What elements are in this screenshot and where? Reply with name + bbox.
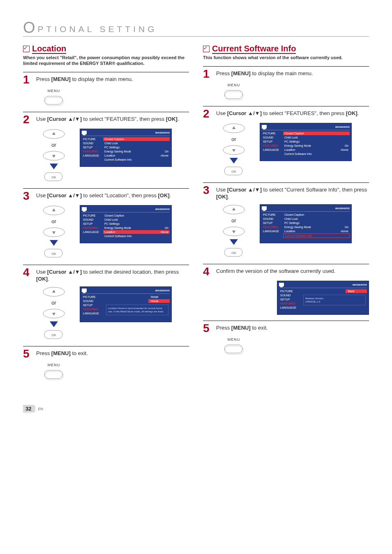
osd-left-item: PICTURE: [82, 214, 103, 217]
osd-row: Child Lock: [103, 218, 170, 222]
osd-left-item: SETUP: [82, 222, 103, 226]
step-text: Press [MENU] to exit.: [36, 349, 88, 359]
divider: [23, 346, 189, 346]
tv-icon: [82, 131, 87, 134]
osd-left-item-selected: FEATURES: [82, 307, 103, 311]
osd-left-item-selected: FEATURES: [262, 144, 283, 148]
osd-option: Retail: [148, 295, 170, 299]
osd-screenshot: MAGNAVOX PICTURE SOUND SETUP FEATURES LA…: [80, 205, 172, 243]
step-5: 5 Press [MENU] to exit. MENU: [23, 346, 189, 380]
step-4: 4 Confirm the version of the software cu…: [203, 264, 369, 315]
arrow-down-button-icon: [42, 150, 66, 161]
ok-button-icon: OK: [44, 248, 64, 259]
osd-left-item: LANGUAGE: [262, 148, 283, 152]
osd-screenshot: MAGNAVOX PICTURE SOUND SETUP FEATURES LA…: [277, 281, 369, 315]
osd-left-item: SOUND: [82, 218, 103, 222]
osd-brand: MAGNAVOX: [155, 132, 170, 134]
osd-left-item-selected: FEATURES: [279, 302, 300, 305]
step-1: 1 Press [MENU] to display the main menu.…: [203, 66, 369, 100]
osd-left-item: PICTURE: [82, 295, 103, 299]
step-number: 2: [203, 109, 212, 119]
osd-row: LocationHome: [103, 230, 170, 234]
osd-row: Energy Saving ModeOn: [283, 144, 350, 148]
osd-left-item: SETUP: [262, 140, 283, 143]
page-lang: EN: [38, 407, 43, 411]
osd-row: Closed Caption: [283, 132, 350, 135]
osd-brand: MAGNAVOX: [353, 284, 367, 286]
menu-button-icon: [44, 369, 64, 380]
divider: [203, 66, 369, 67]
step-text: Use [Cursor ▲/▼] to select the desired l…: [36, 268, 189, 282]
divider: [203, 321, 369, 321]
step-text: Use [Cursor ▲/▼] to select "Location", t…: [36, 191, 171, 201]
osd-left-item: PICTURE: [262, 132, 283, 135]
tv-icon: [262, 206, 267, 210]
or-label: or: [51, 142, 56, 148]
osd-row: LocationHome: [103, 154, 170, 157]
step-text: Press [MENU] to display the main menu.: [216, 69, 313, 79]
arrow-down-button-icon: [42, 227, 66, 238]
step-number: 3: [23, 191, 32, 201]
left-column: Location When you select "Retail", the p…: [23, 38, 189, 380]
osd-row: Current Software Info: [283, 152, 350, 156]
osd-left-item: LANGUAGE: [82, 312, 103, 315]
osd-left-item: PICTURE: [279, 289, 300, 293]
tv-icon: [279, 283, 284, 286]
step-number: 1: [203, 69, 212, 79]
step-number: 5: [23, 349, 32, 359]
osd-left-item-selected: FEATURES: [82, 226, 103, 230]
osd-brand: MAGNAVOX: [155, 208, 170, 210]
osd-left-item: SOUND: [82, 141, 103, 145]
arrow-down-button-icon: [221, 145, 246, 155]
or-label: or: [231, 136, 236, 142]
osd-left-item-selected: FEATURES: [262, 225, 283, 229]
osd-brand: MAGNAVOX: [335, 207, 350, 210]
or-label: or: [51, 218, 56, 224]
step-number: 2: [23, 115, 32, 125]
step-text: Use [Cursor ▲/▼] to select "Current Soft…: [216, 185, 369, 200]
section-header-location: Location: [23, 44, 189, 54]
chapter-text: PTIONAL SETTING: [38, 24, 157, 34]
osd-left-item: SETUP: [279, 298, 300, 301]
step-3: 3 Use [Cursor ▲/▼] to select "Location",…: [23, 188, 189, 259]
osd-left-item: SETUP: [82, 303, 103, 307]
svg-text:OK: OK: [51, 175, 56, 179]
step-number: 3: [203, 185, 212, 200]
step-number: 4: [23, 268, 32, 282]
arrow-down-icon: [50, 321, 58, 327]
osd-row: Child Lock: [283, 217, 350, 221]
step-text: Press [MENU] to exit.: [216, 323, 268, 333]
ok-button-icon: OK: [224, 166, 244, 177]
osd-row: Child Lock: [283, 136, 350, 139]
osd-release-info: Release Version: CM92GB_1.0: [303, 295, 366, 305]
arrow-up-button-icon: [221, 204, 246, 215]
step-number: 4: [203, 267, 212, 277]
arrow-up-button-icon: [42, 129, 66, 139]
osd-row: Closed Caption: [283, 213, 350, 217]
osd-left-item-selected: FEATURES: [82, 150, 103, 153]
arrow-down-button-icon: [221, 226, 246, 237]
chapter-initial: O: [23, 20, 35, 35]
osd-row-selected: Current Software Info: [283, 233, 350, 238]
arrow-up-button-icon: [42, 205, 66, 216]
menu-button-icon: [224, 344, 244, 355]
divider: [203, 264, 369, 264]
osd-row: Energy Saving ModeOn: [103, 150, 170, 153]
step-text: Use [Cursor ▲/▼] to select "FEATURES", t…: [216, 109, 359, 119]
step-text: Press [MENU] to display the main menu.: [36, 75, 133, 85]
osd-brand: MAGNAVOX: [335, 126, 350, 128]
osd-row: PC Settings: [283, 140, 350, 143]
arrow-down-icon: [50, 240, 58, 246]
step-3: 3 Use [Cursor ▲/▼] to select "Current So…: [203, 182, 369, 258]
chapter-header: O PTIONAL SETTING: [23, 20, 369, 37]
osd-left-item: SOUND: [82, 299, 103, 303]
osd-row: Closed Caption: [103, 137, 170, 141]
arrow-up-button-icon: [42, 286, 66, 297]
menu-label: MENU: [48, 89, 60, 93]
osd-screenshot: MAGNAVOX PICTURE SOUND SETUP FEATURES LA…: [80, 129, 172, 167]
osd-left-item: LANGUAGE: [279, 306, 300, 309]
osd-row: Energy Saving ModeOn: [283, 225, 350, 229]
step-text: Confirm the version of the software curr…: [216, 267, 335, 277]
osd-row: PC Settings: [103, 222, 170, 226]
svg-text:OK: OK: [231, 251, 236, 255]
